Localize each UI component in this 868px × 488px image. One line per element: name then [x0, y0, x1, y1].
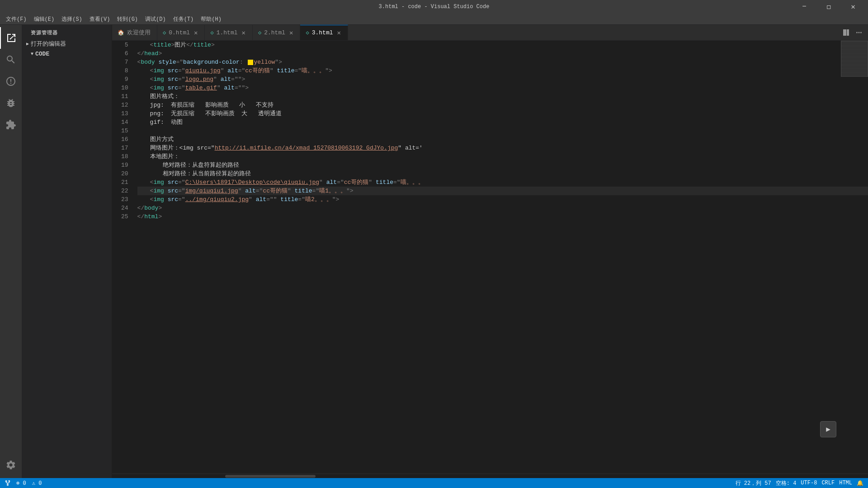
tab-welcome[interactable]: 🏠 欢迎使用 [112, 25, 157, 40]
minimap [841, 41, 868, 77]
menu-file[interactable]: 文件(F) [2, 14, 30, 24]
minimize-button[interactable]: − [794, 0, 815, 14]
scrollbar-thumb[interactable] [225, 475, 316, 478]
tab-close-1html[interactable]: ✕ [241, 28, 247, 37]
code-line-8: <img src="qiuqiu.jpg" alt="cc哥的猫" title=… [137, 66, 868, 75]
sidebar-item-code[interactable]: ▼ CODE [22, 49, 112, 59]
activity-git[interactable] [0, 70, 22, 92]
status-encoding[interactable]: UTF-8 [801, 480, 817, 486]
activity-debug[interactable] [0, 92, 22, 114]
tab-bar: 🏠 欢迎使用 ◇ 0.html ✕ ◇ 1.html ✕ ◇ 2.html ✕ … [112, 25, 868, 41]
menu-help[interactable]: 帮助(H) [197, 14, 225, 24]
split-editor-button[interactable] [841, 27, 852, 38]
arrow-icon-code: ▼ [31, 52, 33, 56]
code-line-10: <img src="table.gif" alt=""> [137, 84, 868, 92]
tab-label-1html: 1.html [217, 29, 238, 36]
sidebar-item-open-editors[interactable]: ▶ 打开的编辑器 [22, 38, 112, 49]
close-button[interactable]: ✕ [843, 0, 863, 14]
menu-bar: 文件(F) 编辑(E) 选择(S) 查看(V) 转到(G) 调试(D) 任务(T… [0, 14, 868, 25]
status-notifications[interactable]: 🔔 [857, 480, 863, 487]
minimap-content [841, 41, 868, 76]
tab-label-3html: 3.html [312, 29, 333, 36]
tab-label-0html: 0.html [169, 29, 190, 36]
status-errors[interactable]: ⊗ 0 ⚠ 0 [16, 480, 42, 487]
code-line-25: </html> [137, 212, 868, 221]
editor-area: 🏠 欢迎使用 ◇ 0.html ✕ ◇ 1.html ✕ ◇ 2.html ✕ … [112, 25, 868, 478]
tab-icon-welcome: 🏠 [118, 29, 124, 36]
menu-debug[interactable]: 调试(D) [142, 14, 170, 24]
activity-extensions[interactable] [0, 114, 22, 136]
code-line-9: <img src="logo.png" alt=""> [137, 75, 868, 84]
title-bar: 3.html - code - Visual Studio Code − ◻ ✕ [0, 0, 868, 14]
warning-count: 0 [38, 480, 42, 487]
restore-button[interactable]: ◻ [818, 0, 839, 14]
status-bar: ⊗ 0 ⚠ 0 行 22，列 57 空格: 4 UTF-8 CRLF HTML … [0, 478, 868, 488]
tab-icon-2html: ◇ [258, 29, 261, 36]
status-line-col[interactable]: 行 22，列 57 [736, 479, 771, 487]
code-line-15 [137, 127, 868, 135]
activity-bar [0, 25, 22, 478]
sidebar-code-label: CODE [35, 51, 49, 57]
status-left: ⊗ 0 ⚠ 0 [5, 480, 42, 487]
code-editor[interactable]: 5 6 7 8 9 10 11 12 13 14 15 16 17 18 19 … [112, 41, 868, 474]
tab-2html[interactable]: ◇ 2.html ✕ [253, 25, 300, 40]
activity-settings[interactable] [0, 454, 22, 476]
code-line-13: png: 无损压缩 不影响画质 大 透明通道 [137, 109, 868, 118]
code-line-7: <body style="background-color: yellow"> [137, 58, 868, 66]
error-count: 0 [23, 480, 26, 487]
window-controls: − ◻ ✕ [794, 0, 863, 14]
status-right: 行 22，列 57 空格: 4 UTF-8 CRLF HTML 🔔 [736, 479, 863, 487]
code-line-20: 相对路径：从当前路径算起的路径 [137, 169, 868, 178]
code-line-16: 图片方式 [137, 135, 868, 144]
error-icon: ⊗ [16, 480, 19, 487]
tab-icon-1html: ◇ [210, 29, 213, 36]
code-line-23: <img src="../img/qiuqiu2.jpg" alt="" tit… [137, 195, 868, 204]
code-line-24: </body> [137, 204, 868, 212]
window-title: 3.html - code - Visual Studio Code [379, 4, 490, 10]
playback-button[interactable]: ▶ [820, 421, 836, 437]
tab-close-2html[interactable]: ✕ [288, 28, 294, 37]
tab-icon-3html: ◇ [306, 29, 309, 36]
activity-explorer[interactable] [0, 27, 22, 49]
code-line-14: gif: 动图 [137, 118, 868, 127]
tab-actions [837, 25, 868, 40]
sidebar-item-label: 打开的编辑器 [31, 40, 66, 48]
warning-icon: ⚠ [32, 480, 35, 487]
code-line-6: </head> [137, 49, 868, 58]
code-line-21: <img src="C:\Users\18917\Desktop\code\qi… [137, 178, 868, 187]
tab-label-welcome: 欢迎使用 [127, 28, 151, 37]
menu-select[interactable]: 选择(S) [58, 14, 86, 24]
code-line-22: <img src="img/qiuqiu1.jpg" alt="cc哥的猫" t… [137, 187, 868, 195]
sidebar: 资源管理器 ▶ 打开的编辑器 ▼ CODE [22, 25, 112, 478]
main-layout: 资源管理器 ▶ 打开的编辑器 ▼ CODE 🏠 欢迎使用 ◇ 0.html ✕ [0, 25, 868, 478]
status-language[interactable]: HTML [839, 480, 852, 486]
menu-goto[interactable]: 转到(G) [113, 14, 142, 24]
menu-view[interactable]: 查看(V) [86, 14, 114, 24]
sidebar-header: 资源管理器 [22, 25, 112, 38]
code-line-11: 图片格式： [137, 92, 868, 101]
tab-close-0html[interactable]: ✕ [193, 28, 199, 37]
arrow-icon: ▶ [26, 41, 29, 47]
status-spaces[interactable]: 空格: 4 [776, 479, 797, 487]
tab-0html[interactable]: ◇ 0.html ✕ [157, 25, 205, 40]
status-line-ending[interactable]: CRLF [821, 480, 835, 486]
tab-label-2html: 2.html [264, 29, 285, 36]
code-line-18: 本地图片： [137, 152, 868, 161]
tab-icon-0html: ◇ [163, 29, 166, 36]
tab-close-3html[interactable]: ✕ [336, 28, 342, 37]
code-line-12: jpg: 有损压缩 影响画质 小 不支持 [137, 101, 868, 109]
menu-task[interactable]: 任务(T) [170, 14, 198, 24]
sidebar-section: ▶ 打开的编辑器 ▼ CODE [22, 38, 112, 59]
tab-1html[interactable]: ◇ 1.html ✕ [205, 25, 252, 40]
menu-edit[interactable]: 编辑(E) [30, 14, 58, 24]
activity-search[interactable] [0, 49, 22, 70]
tab-3html[interactable]: ◇ 3.html ✕ [300, 25, 348, 40]
horizontal-scrollbar[interactable] [112, 474, 868, 478]
code-line-19: 绝对路径：从盘符算起的路径 [137, 161, 868, 169]
more-actions-button[interactable] [854, 27, 864, 38]
line-numbers: 5 6 7 8 9 10 11 12 13 14 15 16 17 18 19 … [112, 41, 133, 474]
code-content: <title>图片</title> </head> <body style="b… [133, 41, 868, 474]
status-branch[interactable] [5, 480, 12, 486]
code-line-5: <title>图片</title> [137, 41, 868, 49]
code-line-17: 网络图片：<img src="http://i1.mifile.cn/a4/xm… [137, 144, 868, 152]
